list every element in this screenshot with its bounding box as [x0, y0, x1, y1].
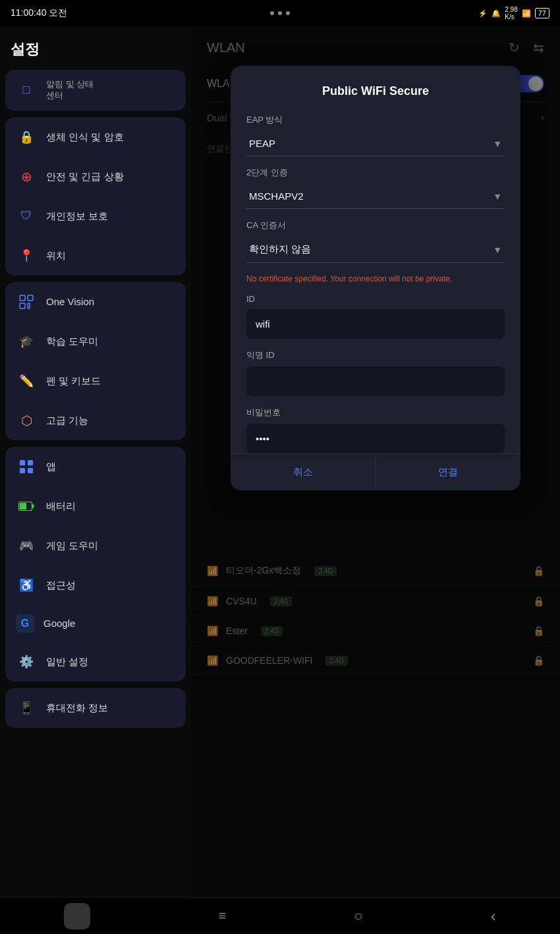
ca-value: 확인하지 않음 [249, 243, 311, 256]
status-dots [270, 11, 290, 15]
status-icons: ⚡ 🔔 2.98K/s 📶 77 [478, 6, 549, 20]
privacy-icon: 🛡 [16, 206, 37, 227]
sidebar-item-one-vision[interactable]: One Vision [5, 282, 186, 322]
ca-dropdown[interactable]: 확인하지 않음 ▼ [246, 237, 505, 263]
bottom-nav: ≡ ○ ‹ [0, 897, 560, 934]
location-label: 위치 [46, 249, 66, 262]
home-button-area[interactable] [64, 903, 90, 929]
sidebar-item-battery[interactable]: 배터리 [5, 486, 186, 526]
sidebar-item-safety[interactable]: ⊕ 안전 및 긴급 상황 [5, 157, 186, 196]
warning-text: No certificate specified. Your connectio… [246, 274, 505, 285]
phone-info-label: 휴대전화 정보 [46, 701, 108, 715]
bluetooth-icon: ⚡ [478, 9, 488, 18]
svg-rect-4 [20, 460, 25, 465]
svg-rect-10 [32, 504, 34, 508]
location-icon: 📍 [16, 245, 37, 266]
advanced-label: 고급 기능 [46, 414, 88, 427]
dialog-title: Public WiFi Secure [246, 84, 505, 98]
advanced-icon: ⬡ [16, 410, 37, 431]
phone-info-icon: 📱 [16, 697, 37, 718]
svg-rect-5 [28, 460, 33, 465]
anonymous-id-label: 익명 ID [246, 349, 505, 361]
sidebar-item-accessibility[interactable]: ♿ 접근성 [5, 566, 186, 605]
sidebar-item-pen-keyboard[interactable]: ✏️ 펜 및 키보드 [5, 361, 186, 401]
svg-rect-2 [20, 303, 25, 308]
main-layout: 설정 □ 알림 및 상태센터 🔒 생체 인식 및 암호 ⊕ 안전 및 긴급 상황… [0, 26, 560, 934]
eap-method-value: PEAP [249, 138, 275, 149]
sidebar-item-privacy[interactable]: 🛡 개인정보 보호 [5, 196, 186, 236]
sidebar-item-general-settings[interactable]: ⚙️ 일반 설정 [5, 642, 186, 682]
google-icon: G [16, 614, 34, 633]
sidebar-item-phone-info[interactable]: 📱 휴대전화 정보 [5, 688, 186, 728]
phase2-value: MSCHAPV2 [249, 190, 304, 202]
notification-icon: 🔔 [491, 9, 501, 18]
anonymous-id-input[interactable] [246, 366, 505, 396]
id-input[interactable] [246, 309, 505, 339]
signal-icon: 📶 [522, 9, 531, 18]
pen-icon: ✏️ [16, 370, 37, 392]
phase2-dropdown[interactable]: MSCHAPV2 ▼ [246, 184, 505, 209]
dialog-overlay: Public WiFi Secure EAP 방식 PEAP ▼ 2단계 인증 … [191, 26, 560, 934]
google-label: Google [43, 617, 75, 630]
battery-icon: 77 [535, 8, 549, 18]
apps-label: 앱 [46, 460, 56, 473]
cancel-button[interactable]: 취소 [231, 454, 376, 490]
accessibility-icon: ♿ [16, 575, 37, 596]
phase2-label: 2단계 인증 [246, 167, 505, 179]
id-label: ID [246, 294, 505, 304]
sidebar-item-apps[interactable]: 앱 [5, 447, 186, 486]
sidebar-group-0: □ 알림 및 상태센터 [5, 70, 186, 111]
wifi-dialog: Public WiFi Secure EAP 방식 PEAP ▼ 2단계 인증 … [231, 66, 520, 490]
status-time: 11:00:40 오전 [11, 7, 67, 19]
general-settings-label: 일반 설정 [46, 655, 88, 668]
status-bar: 11:00:40 오전 ⚡ 🔔 2.98K/s 📶 77 [0, 0, 560, 26]
learning-label: 학습 도우미 [46, 335, 98, 348]
svg-rect-9 [20, 503, 26, 510]
eap-method-dropdown[interactable]: PEAP ▼ [246, 131, 505, 156]
general-settings-icon: ⚙️ [16, 651, 37, 672]
ca-label: CA 인증서 [246, 219, 505, 231]
home-icon[interactable]: ○ [354, 908, 362, 925]
dot-3 [286, 11, 290, 15]
speed-icon: 2.98K/s [505, 6, 517, 20]
sidebar-group-security: 🔒 생체 인식 및 암호 ⊕ 안전 및 긴급 상황 🛡 개인정보 보호 📍 위치 [5, 117, 186, 276]
menu-icon[interactable]: ≡ [218, 908, 226, 923]
dot-2 [278, 11, 282, 15]
game-icon: 🎮 [16, 535, 37, 556]
sidebar-item-game[interactable]: 🎮 게임 도우미 [5, 526, 186, 566]
eap-method-label: EAP 방식 [246, 114, 505, 126]
learning-icon: 🎓 [16, 331, 37, 352]
sidebar-item-location[interactable]: 📍 위치 [5, 236, 186, 276]
battery-label: 배터리 [46, 500, 76, 513]
back-icon[interactable]: ‹ [491, 907, 496, 925]
biometrics-icon: 🔒 [16, 127, 37, 148]
biometrics-label: 생체 인식 및 암호 [46, 131, 124, 144]
connect-button[interactable]: 연결 [376, 454, 521, 490]
password-input[interactable] [246, 424, 505, 453]
sidebar-item-learning[interactable]: 🎓 학습 도우미 [5, 322, 186, 361]
one-vision-label: One Vision [46, 295, 94, 308]
sidebar-group-apps: 앱 배터리 🎮 게임 도우미 ♿ 접근성 [5, 447, 186, 682]
svg-rect-7 [28, 468, 33, 473]
accessibility-label: 접근성 [46, 579, 76, 592]
ca-arrow-icon: ▼ [493, 245, 502, 255]
svg-rect-6 [20, 468, 25, 473]
dot-1 [270, 11, 274, 15]
password-label: 비밀번호 [246, 407, 505, 419]
safety-label: 안전 및 긴급 상황 [46, 170, 124, 183]
apps-icon [16, 456, 37, 477]
sidebar-item-notification-center[interactable]: □ 알림 및 상태센터 [5, 70, 186, 111]
pen-keyboard-label: 펜 및 키보드 [46, 374, 101, 388]
svg-rect-0 [20, 295, 25, 301]
sidebar-item-google[interactable]: G Google [5, 605, 186, 642]
sidebar-item-biometrics[interactable]: 🔒 생체 인식 및 암호 [5, 117, 186, 157]
safety-icon: ⊕ [16, 166, 37, 187]
sidebar-group-phone: 📱 휴대전화 정보 [5, 688, 186, 728]
dialog-buttons: 취소 연결 [231, 453, 520, 490]
sidebar-title: 설정 [5, 33, 186, 70]
privacy-label: 개인정보 보호 [46, 210, 108, 223]
notification-center-label: 알림 및 상태센터 [46, 79, 94, 102]
svg-rect-1 [28, 295, 33, 301]
one-vision-icon [16, 291, 37, 312]
sidebar-item-advanced[interactable]: ⬡ 고급 기능 [5, 401, 186, 440]
